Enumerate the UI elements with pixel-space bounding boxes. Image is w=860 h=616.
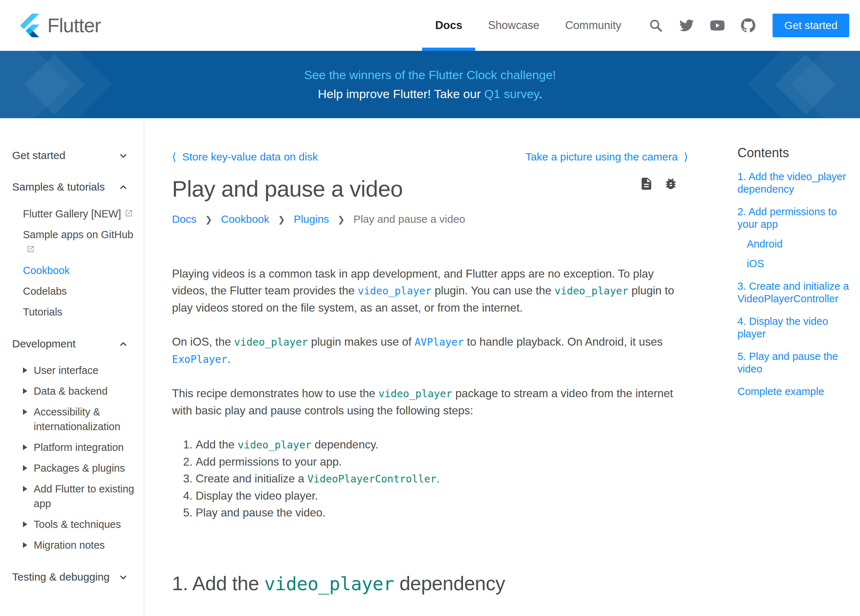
- toc-link-3-create-and-initialize-a-videoplayercontroller[interactable]: 3. Create and initialize a VideoPlayerCo…: [738, 280, 849, 305]
- page-actions: [639, 177, 678, 191]
- nav-item-community[interactable]: Community: [552, 0, 634, 51]
- sidebar-item-user-interface[interactable]: User interface: [23, 363, 135, 378]
- sidebar-item-flutter-gallery-new[interactable]: Flutter Gallery [NEW]: [23, 206, 135, 221]
- left-sidebar: Get startedSamples & tutorialsFlutter Ga…: [0, 118, 144, 616]
- sidebar-section-get-started: Get started: [12, 148, 144, 163]
- left-angle-icon: ⟨: [172, 151, 176, 163]
- sidebar-section-header-testing-debugging[interactable]: Testing & debugging: [12, 570, 144, 584]
- breadcrumb: Docs❯Cookbook❯Plugins❯Play and pause a v…: [172, 213, 688, 225]
- triangle-right-icon: [23, 486, 27, 492]
- sidebar-section-label: Development: [12, 337, 75, 351]
- q1-survey-link[interactable]: Q1 survey: [484, 87, 538, 100]
- sidebar-section-header-samples-tutorials[interactable]: Samples & tutorials: [12, 180, 144, 194]
- toc-link-5-play-and-pause-the-video[interactable]: 5. Play and pause the video: [738, 350, 849, 375]
- title-row: Play and pause a video: [172, 176, 688, 202]
- flutter-logo[interactable]: Flutter: [20, 14, 101, 37]
- inline-code-link[interactable]: AVPlayer: [414, 336, 464, 348]
- article-body: Playing videos is a common task in app d…: [172, 265, 688, 595]
- sidebar-section-label: Testing & debugging: [12, 570, 110, 584]
- toc-link-1-add-the-video-player-dependency[interactable]: 1. Add the video_player dependency: [738, 171, 849, 196]
- paragraphs: Playing videos is a common task in app d…: [172, 265, 688, 419]
- sidebar-section-testing-debugging: Testing & debugging: [12, 570, 144, 584]
- main-content: ⟨ Store key-value data on disk Take a pi…: [172, 118, 688, 595]
- sidebar-section-items: Flutter Gallery [NEW]Sample apps on GitH…: [23, 206, 144, 320]
- breadcrumb-docs[interactable]: Docs: [172, 213, 196, 225]
- sidebar-item-label: User interface: [34, 363, 99, 378]
- content-area: Get startedSamples & tutorialsFlutter Ga…: [0, 118, 860, 616]
- github-icon[interactable]: [741, 18, 755, 33]
- sidebar-item-migration-notes[interactable]: Migration notes: [23, 538, 135, 553]
- nav-item-showcase[interactable]: Showcase: [475, 0, 552, 51]
- clock-challenge-link[interactable]: See the winners of the Flutter Clock cha…: [304, 68, 556, 82]
- chevron-down-icon: [118, 150, 129, 161]
- banner-line2-suffix: .: [539, 87, 542, 100]
- bug-report-icon[interactable]: [664, 177, 678, 191]
- inline-code-link[interactable]: ExoPlayer: [172, 353, 227, 365]
- toc-link-complete-example[interactable]: Complete example: [738, 386, 849, 398]
- sidebar-item-data-backend[interactable]: Data & backend: [23, 384, 135, 399]
- triangle-right-icon: [23, 542, 27, 548]
- sidebar-item-sample-apps-on-github[interactable]: Sample apps on GitHub: [23, 227, 135, 257]
- chevron-up-icon: [118, 182, 129, 193]
- sidebar-item-accessibility-internationalization[interactable]: Accessibility & internationalization: [23, 405, 135, 434]
- search-icon[interactable]: [648, 18, 663, 33]
- header: Flutter DocsShowcaseCommunity Get starte…: [0, 0, 860, 51]
- sidebar-item-add-flutter-to-existing-app[interactable]: Add Flutter to existing app: [23, 482, 135, 511]
- triangle-right-icon: [23, 367, 27, 373]
- sidebar-item-label: Flutter Gallery [NEW]: [23, 206, 133, 221]
- document-icon[interactable]: [639, 177, 654, 191]
- inline-code-link[interactable]: video_player: [358, 285, 432, 297]
- breadcrumb-plugins[interactable]: Plugins: [294, 213, 329, 225]
- previous-page-link[interactable]: ⟨ Store key-value data on disk: [172, 150, 318, 163]
- breadcrumb-cookbook[interactable]: Cookbook: [221, 213, 269, 225]
- sidebar-section-label: Get started: [12, 148, 65, 163]
- get-started-button[interactable]: Get started: [772, 14, 849, 37]
- sidebar-item-platform-integration[interactable]: Platform integration: [23, 440, 135, 455]
- sidebar-item-label: Accessibility & internationalization: [34, 405, 135, 434]
- sidebar-item-label: Cookbook: [23, 263, 70, 278]
- sidebar-section-samples-tutorials: Samples & tutorialsFlutter Gallery [NEW]…: [12, 180, 144, 320]
- sidebar-section-label: Samples & tutorials: [12, 180, 105, 194]
- right-angle-icon: ⟩: [684, 151, 688, 163]
- sidebar-item-label: Tools & techniques: [34, 517, 121, 532]
- contents-title: Contents: [738, 146, 859, 160]
- step-2: Add permissions to your app.: [196, 453, 688, 470]
- triangle-right-icon: [23, 522, 27, 527]
- inline-code: video_player: [378, 388, 452, 400]
- sidebar-section-development: DevelopmentUser interfaceData & backendA…: [12, 337, 144, 553]
- banner-line2-prefix: Help improve Flutter! Take our: [318, 87, 484, 100]
- sidebar-item-label: Sample apps on GitHub: [23, 227, 135, 257]
- toc-link-2-add-permissions-to-your-app[interactable]: 2. Add permissions to your appAndroidiOS: [738, 205, 849, 270]
- toc-link-4-display-the-video-player[interactable]: 4. Display the video player: [738, 315, 849, 340]
- top-navigation: DocsShowcaseCommunity: [422, 0, 634, 51]
- inline-code: video_player: [234, 336, 308, 348]
- sidebar-item-label: Add Flutter to existing app: [34, 482, 135, 511]
- paragraph-3: This recipe demonstrates how to use the …: [172, 385, 688, 419]
- twitter-icon[interactable]: [680, 18, 694, 33]
- breadcrumb-play-and-pause-a-video: Play and pause a video: [353, 213, 465, 225]
- external-link-icon: [125, 209, 133, 217]
- sidebar-section-header-get-started[interactable]: Get started: [12, 148, 144, 163]
- sidebar-item-label: Migration notes: [34, 538, 105, 553]
- paragraph-2: On iOS, the video_player plugin makes us…: [172, 334, 688, 368]
- nav-item-docs[interactable]: Docs: [422, 0, 475, 51]
- inline-code: VideoPlayerController: [308, 473, 436, 485]
- youtube-icon[interactable]: [710, 18, 725, 33]
- step-5: Play and pause the video.: [196, 504, 688, 521]
- sidebar-item-label: Tutorials: [23, 305, 62, 320]
- sidebar-item-tutorials[interactable]: Tutorials: [23, 305, 135, 320]
- toc-sublist: AndroidiOS: [747, 238, 849, 270]
- pager: ⟨ Store key-value data on disk Take a pi…: [172, 150, 688, 163]
- breadcrumb-separator-icon: ❯: [278, 215, 285, 224]
- breadcrumb-separator-icon: ❯: [205, 215, 212, 224]
- toc-link-android[interactable]: Android: [747, 238, 849, 250]
- sidebar-item-codelabs[interactable]: Codelabs: [23, 284, 135, 299]
- toc-link-ios[interactable]: iOS: [747, 257, 849, 270]
- sidebar-item-tools-techniques[interactable]: Tools & techniques: [23, 517, 135, 532]
- sidebar-item-packages-plugins[interactable]: Packages & plugins: [23, 461, 135, 476]
- sidebar-section-header-development[interactable]: Development: [12, 337, 144, 351]
- next-page-link[interactable]: Take a picture using the camera ⟩: [525, 150, 688, 163]
- sidebar-item-cookbook[interactable]: Cookbook: [23, 263, 135, 278]
- chevron-up-icon: [118, 339, 129, 350]
- inline-code: video_player: [264, 574, 394, 594]
